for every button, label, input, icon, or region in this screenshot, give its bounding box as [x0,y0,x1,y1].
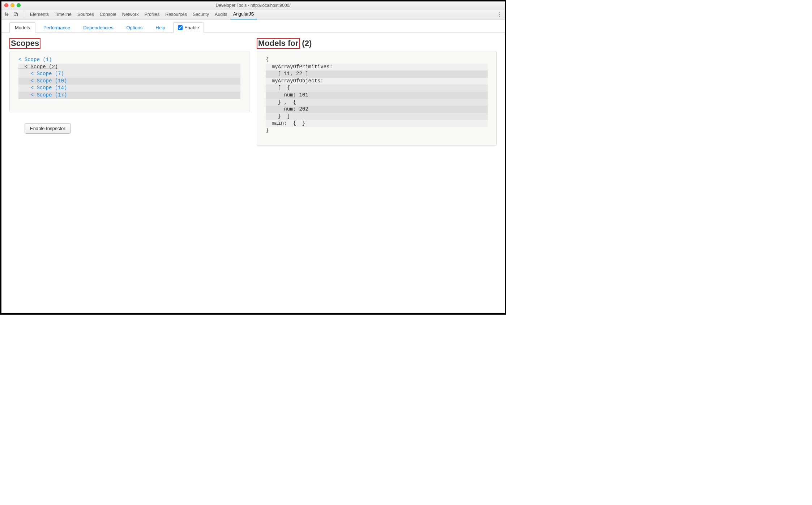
enable-inspector-button[interactable]: Enable Inspector [25,123,71,134]
model-line: } ] [266,113,488,120]
subtab-performance[interactable]: Performance [38,23,75,33]
window-title: Developer Tools - http://localhost:9000/ [1,3,505,8]
device-toggle-icon[interactable] [12,12,20,17]
subtab-options[interactable]: Options [121,23,148,33]
models-panel: { myArrayOfPrimitives: [ 11, 22 ] myArra… [257,51,497,146]
model-line: num: 202 [266,106,488,113]
model-line: myArrayOfPrimitives: [266,64,488,71]
panel-tab-elements[interactable]: Elements [27,9,52,20]
model-line: { [266,56,488,64]
scope-row[interactable]: < Scope (17) [18,92,240,99]
angularjs-subtabs: ModelsPerformanceDependenciesOptionsHelp… [1,20,505,33]
scope-row[interactable]: < Scope (2) [18,64,240,71]
models-title-prefix: Models for [257,38,300,49]
model-line: } , { [266,99,488,106]
scope-row[interactable]: < Scope (7) [18,70,240,78]
model-line: main: { } [266,120,488,127]
subtab-help[interactable]: Help [150,23,170,33]
panel-tab-network[interactable]: Network [119,9,142,20]
enable-label: Enable [184,25,199,30]
scopes-panel: < Scope (1) < Scope (2) < Scope (7) < Sc… [9,51,249,112]
zoom-window-button[interactable] [17,3,21,7]
model-line: num: 101 [266,92,488,99]
devtools-toolbar: ElementsTimelineSourcesConsoleNetworkPro… [1,9,505,20]
panel-tab-profiles[interactable]: Profiles [141,9,162,20]
panel-tab-sources[interactable]: Sources [74,9,97,20]
scope-row[interactable]: < Scope (10) [18,78,240,85]
enable-container: Enable [173,22,204,33]
window-titlebar: Developer Tools - http://localhost:9000/ [1,1,505,9]
minimize-window-button[interactable] [10,3,14,7]
panel-tabs: ElementsTimelineSourcesConsoleNetworkPro… [27,9,257,20]
scopes-pane: Scopes < Scope (1) < Scope (2) < Scope (… [9,38,249,146]
scopes-title: Scopes [9,38,40,49]
more-icon[interactable]: ⋮ [495,11,503,18]
panel-tab-security[interactable]: Security [190,9,212,20]
panel-tab-audits[interactable]: Audits [212,9,230,20]
models-pane: Models for (2) { myArrayOfPrimitives: [ … [257,38,497,146]
close-window-button[interactable] [4,3,8,7]
panel-tab-timeline[interactable]: Timeline [52,9,74,20]
model-line: [ 11, 22 ] [266,70,488,78]
models-title-suffix: (2) [302,39,312,48]
svg-rect-1 [16,13,18,16]
enable-checkbox[interactable] [178,25,183,30]
toolbar-divider [24,11,24,18]
model-line: } [266,127,488,134]
model-line: myArrayOfObjects: [266,78,488,85]
scope-row[interactable]: < Scope (1) [18,56,240,64]
scope-row[interactable]: < Scope (14) [18,85,240,92]
subtab-dependencies[interactable]: Dependencies [78,23,118,33]
panel-tab-resources[interactable]: Resources [162,9,190,20]
inspect-element-icon[interactable] [4,12,11,17]
panel-tab-console[interactable]: Console [97,9,119,20]
scopes-title-wrap: Scopes [9,38,249,49]
panel-tab-angularjs[interactable]: AngularJS [230,9,257,20]
models-title-wrap: Models for (2) [257,38,497,49]
model-line: [ { [266,85,488,92]
subtab-models[interactable]: Models [9,22,35,33]
